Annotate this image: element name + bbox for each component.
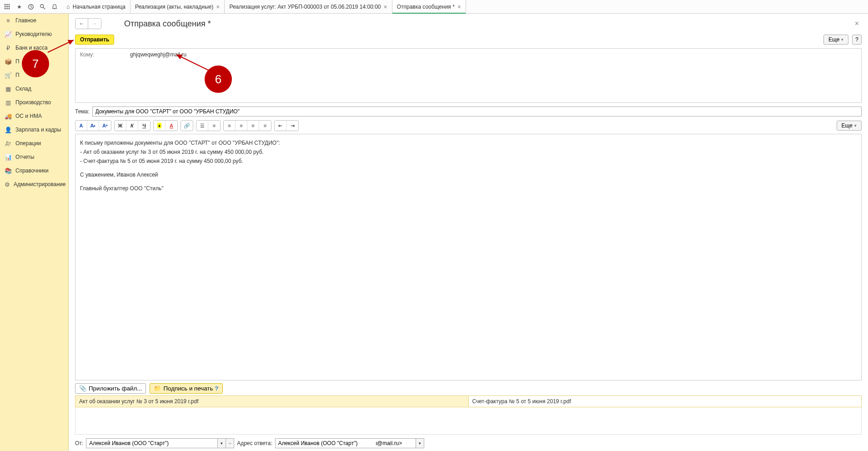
align-right-button[interactable]: ≡ [247,121,259,131]
send-button[interactable]: Отправить [75,35,114,45]
close-page-button[interactable]: × [852,20,862,28]
bell-icon[interactable] [49,1,60,12]
attachments-row: Акт об оказании услуг № 3 от 5 июня 2019… [75,395,862,407]
bullet-list-button[interactable]: ☰ [196,121,208,131]
sidebar-item-manager[interactable]: 📈Руководителю [0,27,68,41]
tab-label: Отправка сообщения * [397,4,455,10]
svg-rect-5 [9,6,10,7]
gear-icon: ⚙ [5,181,10,188]
italic-button[interactable]: К [126,121,138,131]
content-header: ← → Отправка сообщения * × [69,14,868,33]
sidebar-item-operations[interactable]: ДтОперации [0,137,68,150]
font-button[interactable]: A [75,121,87,131]
attachment-item[interactable]: Счет-фактура № 5 от 5 июня 2019 г.pdf [469,396,862,407]
sidebar: ≡Главное 📈Руководителю ₽Банк и касса 📦П … [0,14,69,451]
attach-file-button[interactable]: 📎Приложить файл... [75,383,146,394]
reply-label: Адрес ответа: [237,440,272,446]
tab-label: Реализация (акты, накладные) [135,4,213,10]
svg-rect-0 [5,4,6,5]
reply-dropdown-button[interactable]: ▾ [416,438,424,448]
star-icon[interactable]: ★ [14,1,25,12]
editor-toolbar: A A▴ A▾ Ж К Ч ♦ A 🔗 ☰ ≡ [75,120,862,131]
indent-increase-button[interactable]: ⇥ [286,121,298,131]
attach-bar: 📎Приложить файл... 📁Подпись и печать ? [75,383,862,394]
sidebar-item-label: Производство [15,99,51,106]
apps-icon[interactable] [2,1,13,12]
sidebar-item-main[interactable]: ≡Главное [0,14,68,27]
help-button[interactable]: ? [852,35,862,45]
svg-rect-8 [9,8,10,9]
sign-stamp-button[interactable]: 📁Подпись и печать ? [150,383,222,394]
box-icon: 📦 [5,58,12,65]
tab-label: Начальная страница [73,4,125,10]
align-left-button[interactable]: ≡ [224,121,236,131]
report-icon: 📊 [5,153,12,161]
align-center-button[interactable]: ≡ [236,121,247,131]
ruble-icon: ₽ [5,44,12,51]
editor-more-button[interactable]: Еще [837,121,862,131]
underline-button[interactable]: Ч [138,121,150,131]
indent-decrease-button[interactable]: ⇤ [275,121,286,131]
svg-rect-1 [6,4,8,5]
top-toolbar: ★ ⌂ Начальная страница Реализация (акты,… [0,0,868,14]
search-icon[interactable] [37,1,48,12]
more-button[interactable]: Еще [823,35,848,45]
body-line: Главный бухгалтер ООО "Стиль" [80,184,857,193]
to-field[interactable]: Кому: ghjqweqweghj@mail.ru [75,48,862,103]
from-dropdown-button[interactable]: ▾ [218,438,226,448]
link-button[interactable]: 🔗 [181,121,193,131]
sidebar-item-reports[interactable]: 📊Отчеты [0,150,68,164]
sidebar-item-label: Отчеты [15,154,34,160]
annotation-circle-7: 7 [22,50,49,77]
close-icon[interactable]: × [384,3,387,10]
tab-realizatsiya[interactable]: Реализация (акты, накладные) × [130,0,225,13]
tab-send-message[interactable]: Отправка сообщения * × [392,0,466,13]
tab-home[interactable]: ⌂ Начальная страница [62,0,130,13]
to-label: Кому: [80,51,125,100]
sidebar-item-label: Руководителю [15,31,52,37]
highlight-button[interactable]: ♦ [154,121,166,131]
sidebar-item-refs[interactable]: 📚Справочники [0,164,68,177]
number-list-button[interactable]: ≡ [208,121,220,131]
svg-rect-4 [6,6,8,7]
sidebar-item-label: Зарплата и кадры [15,127,61,133]
font-up-button[interactable]: A▴ [87,121,99,131]
tab-label: Реализация услуг: Акт УРБП-000003 от 05.… [229,4,381,10]
close-icon[interactable]: × [457,3,461,10]
sidebar-item-label: Администрирование [14,181,65,187]
sidebar-item-warehouse[interactable]: ▦Склад [0,82,68,96]
bold-button[interactable]: Ж [115,121,126,131]
svg-rect-3 [5,6,6,7]
home-icon: ⌂ [66,3,70,10]
close-icon[interactable]: × [216,3,220,10]
nav-forward-button[interactable]: → [88,19,101,29]
sidebar-item-admin[interactable]: ⚙Администрирование [0,177,68,191]
reply-input[interactable] [275,438,416,448]
sidebar-item-salary[interactable]: 👤Зарплата и кадры [0,123,68,137]
sidebar-item-os[interactable]: 🚚ОС и НМА [0,109,68,123]
editor-body[interactable]: К письму приложены документы для ООО "СТ… [75,134,862,380]
chart-up-icon: 📈 [5,30,12,38]
subject-input[interactable] [92,106,862,117]
from-open-button[interactable]: ↔ [226,438,234,448]
font-down-button[interactable]: A▾ [99,121,111,131]
truck-icon: 🚚 [5,112,12,120]
sidebar-item-production[interactable]: ▥Производство [0,96,68,109]
from-input[interactable] [86,438,218,448]
font-color-button[interactable]: A [166,121,177,131]
book-icon: 📚 [5,167,12,174]
tab-akt[interactable]: Реализация услуг: Акт УРБП-000003 от 05.… [225,0,392,13]
cart-icon: 🛒 [5,71,12,79]
subject-row: Тема: [75,106,862,117]
align-justify-button[interactable]: ≡ [259,121,271,131]
subject-label: Тема: [75,108,90,115]
body-line: - Счет-фактура № 5 от 05 июня 2019 г. на… [80,157,857,165]
nav-back-button[interactable]: ← [75,19,88,29]
history-icon[interactable] [25,1,36,12]
help-icon[interactable]: ? [215,385,218,392]
sidebar-item-label: Справочники [15,167,49,174]
svg-point-10 [40,4,44,7]
attachment-item[interactable]: Акт об оказании услуг № 3 от 5 июня 2019… [75,396,469,407]
sidebar-item-label: ОС и НМА [15,113,42,119]
svg-rect-2 [9,4,10,5]
